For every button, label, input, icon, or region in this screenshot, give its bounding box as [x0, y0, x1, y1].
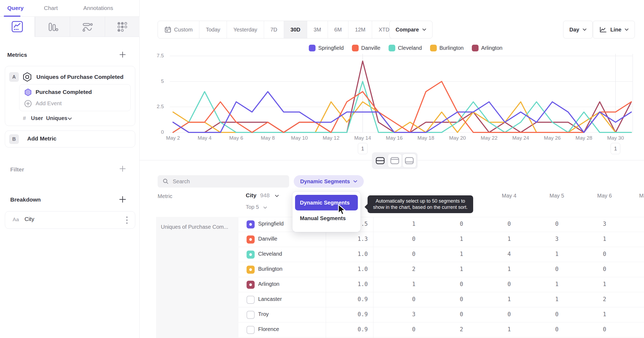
- table-row-lancaster: Lancaster0.900112: [238, 292, 644, 307]
- search-placeholder: Search: [173, 178, 190, 185]
- segment-checkbox[interactable]: [247, 296, 255, 304]
- compare-button[interactable]: Compare: [389, 21, 432, 38]
- chart-type-line-chart[interactable]: [0, 17, 35, 37]
- add-breakdown-plus-icon[interactable]: [119, 195, 127, 203]
- value-cell: 1: [438, 236, 485, 242]
- add-metric-label: Add Metric: [27, 135, 57, 142]
- chart-style-button[interactable]: Line: [593, 21, 635, 38]
- layout-toggle-top-panel[interactable]: [388, 154, 402, 168]
- measure-agg[interactable]: Uniques: [46, 115, 67, 121]
- sidebar: Query Chart Annotations Metrics A Unique…: [0, 0, 140, 338]
- range-label: Yesterday: [233, 27, 257, 33]
- chevron-down-icon: [353, 180, 357, 183]
- table-row-troy: Troy0.930001: [238, 307, 644, 322]
- x-axis-tick: May 12: [316, 135, 346, 141]
- range-30d[interactable]: 30D: [284, 21, 307, 38]
- add-filter-plus-icon[interactable]: [119, 165, 127, 173]
- mouse-cursor: [336, 204, 347, 216]
- add-metric-card[interactable]: B Add Metric: [5, 131, 135, 147]
- line-chart-icon: [11, 20, 23, 33]
- interval-label: Day: [569, 27, 579, 33]
- metric-hexagon-icon: [22, 72, 33, 82]
- segment-checkbox[interactable]: [247, 266, 255, 274]
- chart-type-stream-chart[interactable]: [70, 17, 105, 37]
- column-separator: [373, 217, 373, 338]
- measure-prefix: #: [23, 115, 26, 121]
- value-cell: 0: [581, 266, 628, 272]
- value-cell: 0: [485, 281, 533, 287]
- top-filter-label: Top 5: [246, 204, 259, 210]
- checkbox-dot: [249, 253, 252, 256]
- avg-value: 0.9: [326, 326, 368, 333]
- kebab-menu-icon[interactable]: [126, 216, 128, 224]
- y-axis-tick: 2.5: [148, 104, 164, 110]
- x-axis-tick: May 18: [411, 135, 441, 141]
- x-axis-tick: May 10: [285, 135, 314, 141]
- value-cell: 0: [438, 281, 485, 287]
- segment-name: Burlington: [258, 266, 282, 272]
- breakdown-city-card[interactable]: Aa City: [5, 211, 135, 229]
- add-metric-plus-icon[interactable]: [119, 51, 127, 59]
- circle-plus-icon[interactable]: [24, 100, 32, 108]
- range-label: 30D: [290, 27, 300, 33]
- day-header: May 4: [485, 193, 533, 199]
- range-12m[interactable]: 12M: [348, 21, 372, 38]
- range-6m[interactable]: 6M: [328, 21, 348, 38]
- value-cell: 0: [533, 326, 581, 333]
- value-cell: 0: [438, 296, 485, 302]
- x-axis-tick: May 14: [348, 135, 378, 141]
- value-cell: 0: [390, 326, 438, 333]
- grid-dots-icon: [116, 21, 129, 33]
- chart-style-label: Line: [610, 27, 621, 33]
- value-cell: 0: [438, 221, 485, 227]
- tooltip-arrow: [365, 204, 368, 210]
- tab-chart[interactable]: Chart: [44, 5, 58, 11]
- layout-toggle-group: [372, 152, 418, 169]
- annotation-badge[interactable]: 1: [358, 143, 368, 154]
- avg-value: 0.9: [326, 296, 368, 302]
- y-axis-tick: 5: [148, 78, 164, 84]
- tooltip-text: Automatically select up to 50 segments t…: [373, 198, 468, 210]
- chart-type-bar-chart[interactable]: [35, 17, 70, 37]
- chart-type-grid-dots[interactable]: [105, 17, 140, 37]
- metric-a-title[interactable]: Uniques of Purchase Completed: [36, 74, 123, 80]
- event-name[interactable]: Purchase Completed: [36, 89, 92, 95]
- range-custom[interactable]: Custom: [158, 21, 199, 38]
- day-header: May 5: [533, 193, 581, 199]
- bottom-panel-icon: [404, 156, 414, 165]
- segment-checkbox[interactable]: [247, 235, 255, 244]
- tab-query[interactable]: Query: [7, 5, 24, 11]
- stream-chart-icon: [81, 21, 94, 33]
- segment-checkbox[interactable]: [247, 326, 255, 334]
- range-7d[interactable]: 7D: [264, 21, 284, 38]
- value-cell: 0: [390, 236, 438, 242]
- value-cell: 1: [390, 281, 438, 287]
- add-event-label[interactable]: Add Event: [36, 100, 62, 107]
- segment-checkbox[interactable]: [247, 251, 255, 259]
- tab-annotations[interactable]: Annotations: [83, 5, 113, 11]
- search-input[interactable]: Search: [158, 175, 289, 188]
- range-3m[interactable]: 3M: [307, 21, 328, 38]
- range-yesterday[interactable]: Yesterday: [227, 21, 264, 38]
- layout-toggle-split-horizontal[interactable]: [373, 154, 387, 168]
- range-today[interactable]: Today: [199, 21, 227, 38]
- menu-item-manual-segments[interactable]: Manual Segments: [300, 215, 346, 221]
- group-column-header[interactable]: City 948: [246, 192, 279, 199]
- top-filter[interactable]: Top 5: [246, 204, 267, 210]
- annotation-badge[interactable]: 1: [611, 143, 620, 154]
- segment-checkbox[interactable]: [247, 281, 255, 289]
- measure-entity[interactable]: User: [31, 115, 43, 121]
- menu-item-dynamic-segments[interactable]: Dynamic Segments: [295, 195, 358, 210]
- segment-checkbox[interactable]: [247, 311, 255, 319]
- segment-mode-dropdown[interactable]: Dynamic Segments: [294, 175, 364, 188]
- series-line-arlington: [173, 61, 631, 132]
- layout-toggle-bottom-panel[interactable]: [402, 154, 416, 168]
- event-card: Purchase Completed Add Event: [19, 84, 131, 111]
- segment-checkbox[interactable]: [247, 220, 255, 228]
- table-row-cleveland: Cleveland1.001410: [238, 247, 644, 262]
- x-axis-tick: May 16: [379, 135, 409, 141]
- table-row-danville: Danville1.301131: [238, 232, 644, 247]
- chevron-down-icon: [583, 28, 587, 31]
- range-label: 12M: [355, 27, 365, 33]
- interval-button[interactable]: Day: [563, 21, 593, 38]
